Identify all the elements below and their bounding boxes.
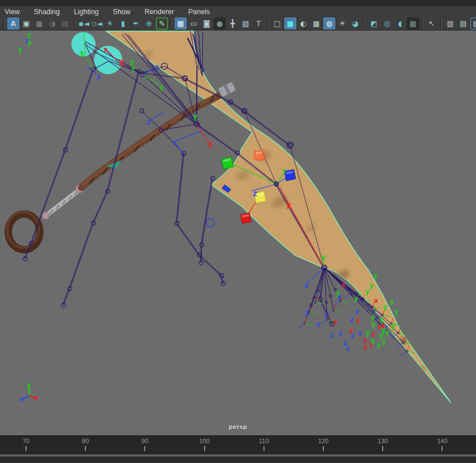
svg-text:x: x: [104, 46, 108, 54]
svg-text:y: y: [28, 38, 32, 46]
svg-text:y: y: [383, 303, 387, 311]
manipulator-cube[interactable]: [222, 157, 233, 169]
wireframe-button[interactable]: □: [271, 18, 283, 29]
svg-text:y: y: [395, 308, 399, 316]
svg-text:z: z: [330, 331, 334, 339]
timeline-frame-label: 100: [199, 438, 209, 444]
film-gate-button[interactable]: ▭: [188, 18, 200, 29]
timeline-frame-label: 120: [318, 438, 328, 444]
time-slider[interactable]: 7080901001101201301401501601701801902002…: [0, 435, 476, 455]
weapon-staff: [7, 81, 236, 250]
timeline-frame-label: 80: [82, 438, 89, 444]
svg-text:y: y: [382, 337, 386, 345]
bottom-strip: [0, 457, 476, 463]
xray-active-button[interactable]: ▨: [470, 18, 476, 29]
manipulator-cube[interactable]: [254, 150, 265, 161]
timeline-tick-mark: [144, 446, 145, 451]
timeline-tick-mark: [323, 446, 324, 451]
maya-viewport-panel: ViewShadingLightingShowRendererPanels A▣…: [0, 0, 476, 463]
menu-item-lighting[interactable]: Lighting: [74, 8, 99, 16]
textured-mode-button[interactable]: ▩: [310, 18, 322, 29]
toolbar-separator: [3, 19, 5, 28]
menu-item-panels[interactable]: Panels: [188, 8, 210, 16]
select-camera-button[interactable]: ▪◄: [78, 18, 90, 29]
lighting-all-button[interactable]: ☀: [336, 18, 348, 29]
isolate-select-button[interactable]: ↖: [426, 18, 438, 29]
panel-top-strip: [0, 0, 476, 6]
wireframe-on-shaded-button[interactable]: ◐: [297, 18, 309, 29]
svg-text:z: z: [324, 312, 328, 320]
svg-text:y: y: [131, 64, 135, 72]
xray-button[interactable]: ▥: [444, 18, 456, 29]
field-chart-button[interactable]: ╋: [227, 18, 239, 29]
flat-lighting-button[interactable]: ◕: [349, 18, 361, 29]
svg-text:y: y: [159, 83, 163, 91]
grease-pencil-button[interactable]: ✎: [156, 18, 168, 29]
scene-svg: yzyyyxXyyzzyzyzXyzXyzzzzzzzzzzzzzxxxxxxx…: [0, 31, 476, 435]
camera-attributes-button[interactable]: ✳: [104, 18, 116, 29]
svg-text:X: X: [119, 58, 124, 68]
svg-text:X: X: [287, 201, 292, 210]
svg-text:z: z: [19, 396, 23, 403]
svg-text:y: y: [18, 45, 22, 53]
timeline-frame-label: 90: [141, 438, 148, 444]
ambient-occlusion-button[interactable]: ◎: [381, 18, 393, 29]
svg-text:z: z: [346, 344, 350, 352]
select-appearance-button[interactable]: A: [7, 18, 19, 29]
panel-icon-bar: A▣■◑▤▪◄▫◄✳▮✒⊕✎▦▭◙●╋▧T□■◐▩◍☀◕◩◎◖▩↖▥▤▨☼0.0…: [0, 17, 476, 31]
shaded-mode-button[interactable]: ■: [284, 18, 296, 29]
safe-action-button[interactable]: ▧: [240, 18, 252, 29]
render-pie-button[interactable]: ◑: [46, 18, 58, 29]
lock-camera-button[interactable]: ▫◄: [91, 18, 103, 29]
svg-text:z: z: [350, 315, 354, 323]
svg-text:y: y: [390, 297, 394, 305]
view-axis-gizmo: yzx: [19, 381, 38, 403]
use-default-material-button[interactable]: ◍: [323, 18, 335, 29]
staff-collar: [42, 212, 49, 219]
timeline-tick-mark: [85, 446, 86, 451]
object-selection-mode-button[interactable]: ▣: [20, 18, 32, 29]
image-plane-button[interactable]: ✒: [130, 18, 142, 29]
bookmark-button[interactable]: ▮: [117, 18, 129, 29]
svg-text:z: z: [173, 139, 177, 146]
viewport-canvas[interactable]: yzyyyxXyyzzyzyzXyzXyzzzzzzzzzzzzzxxxxxxx…: [0, 31, 476, 435]
svg-text:x: x: [349, 327, 353, 335]
pan-zoom-button[interactable]: ⊕: [143, 18, 155, 29]
gate-mask-button[interactable]: ●: [214, 18, 226, 29]
svg-text:X: X: [208, 140, 213, 149]
svg-text:y: y: [27, 381, 31, 388]
timeline-tick-mark: [442, 446, 443, 451]
menu-item-shading[interactable]: Shading: [34, 8, 60, 16]
svg-text:y: y: [391, 322, 395, 330]
motion-blur-button[interactable]: ◖: [394, 18, 406, 29]
xray-joints-button[interactable]: ▤: [457, 18, 469, 29]
timeline-tick-mark: [25, 446, 27, 451]
svg-text:x: x: [34, 394, 38, 401]
timeline-tick-mark: [263, 446, 265, 451]
grid-toggle-button[interactable]: ▦: [175, 18, 187, 29]
safe-title-button[interactable]: T: [253, 18, 265, 29]
toolbar-separator: [170, 19, 172, 28]
svg-text:y: y: [371, 313, 375, 321]
menu-item-show[interactable]: Show: [113, 8, 131, 16]
menu-item-view[interactable]: View: [5, 8, 20, 16]
resolution-gate-button[interactable]: ◙: [201, 18, 213, 29]
svg-text:z: z: [146, 118, 150, 126]
toolbar-separator: [421, 19, 423, 28]
svg-text:y: y: [336, 289, 340, 297]
panel-menu-bar: ViewShadingLightingShowRendererPanels: [0, 6, 476, 17]
svg-text:z: z: [358, 329, 362, 337]
svg-text:z: z: [317, 321, 321, 328]
svg-text:y: y: [322, 253, 326, 261]
menu-item-renderer[interactable]: Renderer: [145, 8, 174, 16]
shadows-button[interactable]: ◩: [368, 18, 380, 29]
component-mode-button[interactable]: ■: [33, 18, 45, 29]
toolbar-separator: [364, 19, 366, 28]
timeline-frame-label: 130: [378, 438, 388, 444]
layers-display-button[interactable]: ▤: [59, 18, 71, 29]
manipulator-cube[interactable]: [241, 213, 252, 224]
svg-text:y: y: [377, 341, 380, 349]
anti-aliasing-button[interactable]: ▩: [407, 18, 419, 29]
svg-text:z: z: [97, 73, 101, 81]
timeline-tick-mark: [382, 446, 383, 451]
